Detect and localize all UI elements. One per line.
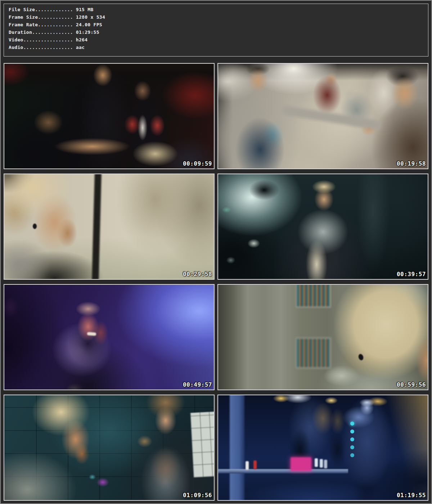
- media-preview-sheet: File Size.............915 MB Frame Size.…: [0, 0, 432, 504]
- info-row-duration: Duration..............01:29:55: [9, 28, 428, 36]
- info-row-audio: Audio.................aac: [9, 44, 428, 51]
- video-screenshot-3: 00:29:58: [4, 174, 215, 280]
- info-label: Duration: [9, 30, 32, 35]
- info-label: Frame Size: [9, 14, 38, 20]
- timestamp-overlay: 00:19:58: [397, 160, 426, 167]
- info-value: 01:29:55: [73, 30, 99, 35]
- wallpaper-panel-shape: [296, 337, 331, 369]
- timestamp-overlay: 01:09:56: [183, 492, 212, 499]
- info-dots: .............: [35, 7, 73, 12]
- info-dots: .................: [23, 37, 73, 42]
- info-value: h264: [73, 37, 88, 42]
- video-screenshot-6: 00:59:56: [217, 284, 428, 390]
- info-value: aac: [73, 45, 85, 50]
- video-screenshot-4: 00:39:57: [217, 174, 428, 280]
- white-frame-shape: [190, 411, 215, 478]
- figure-arm-shape: [281, 105, 382, 130]
- info-label: Frame Rate: [9, 22, 38, 27]
- grimace-teeth-shape: [87, 332, 96, 336]
- info-value: 915 MB: [73, 7, 94, 12]
- info-dots: ..............: [32, 30, 73, 35]
- timestamp-overlay: 01:19:55: [397, 492, 426, 499]
- timestamp-overlay: 00:39:57: [397, 271, 426, 278]
- video-screenshot-2: 00:19:58: [217, 63, 428, 169]
- info-value: 24.00 FPS: [73, 22, 102, 27]
- info-row-frame-rate: Frame Rate............24.00 FPS: [9, 21, 428, 28]
- info-dots: ............: [38, 14, 73, 20]
- info-row-frame-size: Frame Size............1280 x 534: [9, 13, 428, 21]
- timestamp-overlay: 00:09:59: [183, 160, 212, 167]
- timestamp-overlay: 00:29:58: [183, 271, 212, 278]
- video-screenshot-8: 01:19:55: [217, 395, 428, 501]
- info-label: File Size: [9, 7, 35, 12]
- thumbnail-grid: 00:09:59 00:19:58 00:29:58 00:39:57 00:4…: [1, 63, 431, 501]
- earbud-shape: [33, 224, 37, 229]
- pink-box-shape: [291, 457, 311, 471]
- wallpaper-panel-shape: [296, 284, 331, 308]
- bottles-shape: [315, 458, 318, 467]
- info-label: Audio: [9, 45, 23, 50]
- window-pillar-shape: [92, 174, 102, 280]
- media-info-panel: File Size.............915 MB Frame Size.…: [4, 4, 428, 57]
- table-shape: [218, 469, 348, 473]
- timestamp-overlay: 00:49:57: [183, 381, 212, 388]
- video-screenshot-7: 01:09:56: [4, 395, 215, 501]
- video-screenshot-5: 00:49:57: [4, 284, 215, 390]
- info-dots: .................: [23, 45, 73, 50]
- info-value: 1280 x 534: [73, 14, 105, 20]
- video-screenshot-1: 00:09:59: [4, 63, 215, 169]
- earbud-shape: [357, 353, 364, 361]
- info-label: Video: [9, 37, 23, 42]
- info-row-video: Video.................h264: [9, 36, 428, 44]
- led-dots-shape: [350, 422, 354, 426]
- info-dots: ............: [38, 22, 73, 27]
- timestamp-overlay: 00:59:56: [397, 381, 426, 388]
- info-row-file-size: File Size.............915 MB: [9, 6, 428, 13]
